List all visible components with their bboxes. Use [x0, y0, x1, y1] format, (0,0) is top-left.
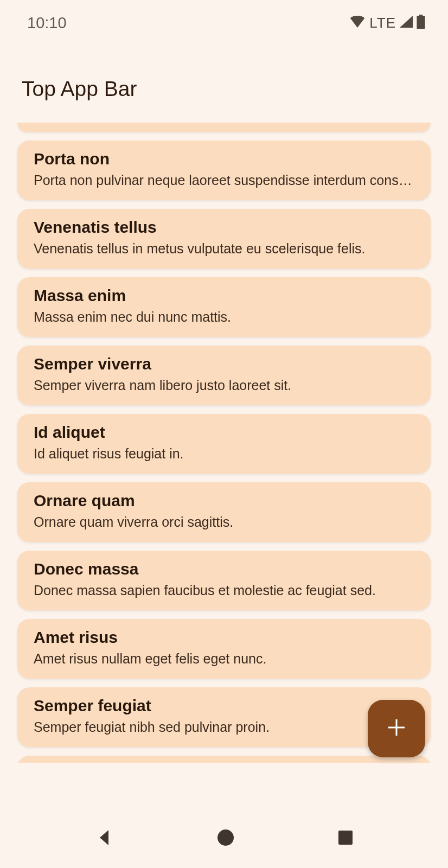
card-body: Semper feugiat nibh sed pulvinar proin.	[34, 719, 414, 735]
list-item[interactable]: Malesuada pellentesque Malesuada pellent…	[17, 756, 431, 763]
list-item[interactable]: Id aliquet Id aliquet risus feugiat in.	[17, 414, 431, 474]
add-button[interactable]	[368, 700, 425, 757]
list-item[interactable]: Porta non Porta non pulvinar neque laore…	[17, 141, 431, 200]
recent-button[interactable]	[337, 829, 354, 848]
status-bar: 10:10 LTE	[0, 0, 448, 38]
content-area[interactable]: Porta non Porta non pulvinar neque laore…	[0, 123, 448, 763]
home-button[interactable]	[216, 828, 235, 850]
plus-icon	[386, 717, 407, 741]
svg-rect-3	[338, 831, 353, 845]
card-body: Massa enim nec dui nunc mattis.	[34, 309, 414, 325]
card-body: Donec massa sapien faucibus et molestie …	[34, 583, 414, 598]
list-item[interactable]: Venenatis tellus Venenatis tellus in met…	[17, 209, 431, 269]
card-body: Porta non pulvinar neque laoreet suspend…	[34, 173, 414, 188]
card-title: Ornare quam	[34, 492, 414, 510]
card-title: Donec massa	[34, 560, 414, 578]
back-button[interactable]	[94, 828, 114, 850]
card-body: Id aliquet risus feugiat in.	[34, 446, 414, 462]
card-title: Massa enim	[34, 286, 414, 305]
card-body: Venenatis tellus in metus vulputate eu s…	[34, 241, 414, 257]
battery-icon	[417, 15, 425, 31]
card-title: Venenatis tellus	[34, 218, 414, 237]
signal-icon	[399, 16, 413, 30]
status-icons: LTE	[350, 15, 425, 31]
list-item[interactable]: Amet risus Amet risus nullam eget felis …	[17, 619, 431, 679]
card-sliver[interactable]	[17, 123, 431, 132]
list-item[interactable]: Donec massa Donec massa sapien faucibus …	[17, 551, 431, 610]
card-title: Id aliquet	[34, 423, 414, 442]
card-title: Porta non	[34, 150, 414, 168]
card-title: Semper viverra	[34, 355, 414, 373]
list-container: Porta non Porta non pulvinar neque laore…	[0, 123, 448, 763]
wifi-icon	[350, 16, 365, 30]
app-bar: Top App Bar	[0, 38, 448, 123]
card-body: Semper viverra nam libero justo laoreet …	[34, 378, 414, 393]
lte-label: LTE	[369, 15, 396, 31]
list-item[interactable]: Semper viverra Semper viverra nam libero…	[17, 346, 431, 405]
card-title: Amet risus	[34, 628, 414, 647]
card-body: Amet risus nullam eget felis eget nunc.	[34, 651, 414, 667]
status-time: 10:10	[27, 14, 67, 32]
list-item[interactable]: Massa enim Massa enim nec dui nunc matti…	[17, 277, 431, 337]
card-title: Semper feugiat	[34, 697, 414, 715]
svg-point-2	[217, 829, 234, 846]
navigation-bar	[0, 809, 448, 868]
page-title: Top App Bar	[22, 77, 426, 101]
card-body: Ornare quam viverra orci sagittis.	[34, 514, 414, 530]
list-item[interactable]: Ornare quam Ornare quam viverra orci sag…	[17, 482, 431, 542]
